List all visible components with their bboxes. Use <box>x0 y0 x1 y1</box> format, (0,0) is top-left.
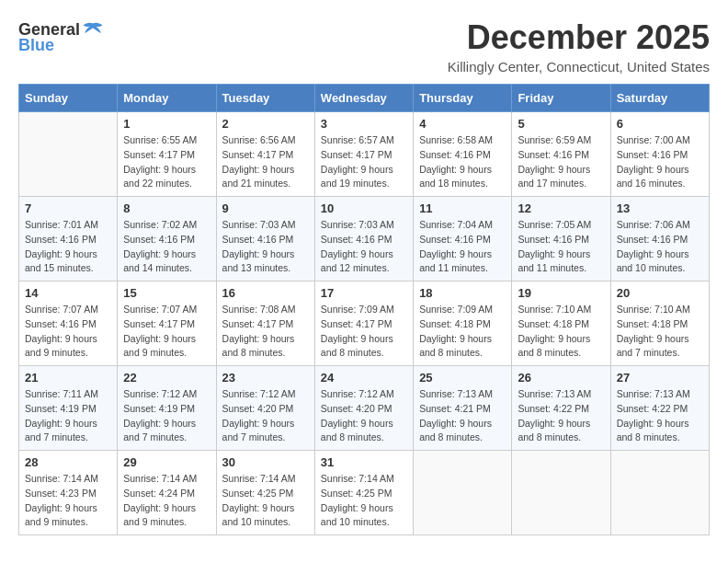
calendar-cell: 16Sunrise: 7:08 AM Sunset: 4:17 PM Dayli… <box>216 282 314 366</box>
calendar-week-row: 21Sunrise: 7:11 AM Sunset: 4:19 PM Dayli… <box>19 366 710 451</box>
calendar-cell: 1Sunrise: 6:55 AM Sunset: 4:17 PM Daylig… <box>118 112 216 197</box>
day-info: Sunrise: 7:14 AM Sunset: 4:23 PM Dayligh… <box>25 472 111 530</box>
calendar-cell: 20Sunrise: 7:10 AM Sunset: 4:18 PM Dayli… <box>610 282 709 366</box>
calendar-cell: 8Sunrise: 7:02 AM Sunset: 4:16 PM Daylig… <box>118 197 216 282</box>
calendar-cell <box>512 451 610 535</box>
day-number: 30 <box>222 455 309 469</box>
day-number: 15 <box>123 286 210 300</box>
weekday-header: Monday <box>118 85 216 112</box>
day-info: Sunrise: 7:02 AM Sunset: 4:16 PM Dayligh… <box>123 218 210 276</box>
calendar-cell: 21Sunrise: 7:11 AM Sunset: 4:19 PM Dayli… <box>19 366 118 451</box>
day-info: Sunrise: 7:11 AM Sunset: 4:19 PM Dayligh… <box>25 387 111 445</box>
calendar-cell: 19Sunrise: 7:10 AM Sunset: 4:18 PM Dayli… <box>512 282 610 366</box>
day-info: Sunrise: 7:03 AM Sunset: 4:16 PM Dayligh… <box>321 218 407 276</box>
day-info: Sunrise: 6:55 AM Sunset: 4:17 PM Dayligh… <box>123 133 210 191</box>
day-number: 26 <box>518 371 604 385</box>
day-info: Sunrise: 6:58 AM Sunset: 4:16 PM Dayligh… <box>419 133 506 191</box>
logo: General Blue <box>18 18 104 53</box>
day-number: 19 <box>518 286 604 300</box>
day-number: 25 <box>419 371 506 385</box>
calendar-cell: 13Sunrise: 7:06 AM Sunset: 4:16 PM Dayli… <box>610 197 709 282</box>
calendar-cell <box>19 112 118 197</box>
day-info: Sunrise: 7:07 AM Sunset: 4:17 PM Dayligh… <box>123 303 210 361</box>
day-number: 4 <box>419 117 506 131</box>
calendar-cell: 7Sunrise: 7:01 AM Sunset: 4:16 PM Daylig… <box>19 197 118 282</box>
day-number: 14 <box>25 286 111 300</box>
day-number: 31 <box>321 455 407 469</box>
day-info: Sunrise: 7:14 AM Sunset: 4:24 PM Dayligh… <box>123 472 210 530</box>
calendar-cell <box>610 451 709 535</box>
calendar-cell: 23Sunrise: 7:12 AM Sunset: 4:20 PM Dayli… <box>216 366 314 451</box>
day-number: 8 <box>123 201 210 215</box>
day-number: 27 <box>617 371 703 385</box>
month-title: December 2025 <box>448 18 710 57</box>
day-number: 20 <box>617 286 703 300</box>
day-info: Sunrise: 7:09 AM Sunset: 4:18 PM Dayligh… <box>419 303 506 361</box>
day-number: 21 <box>25 371 111 385</box>
logo-blue-text: Blue <box>18 37 54 53</box>
calendar-cell: 11Sunrise: 7:04 AM Sunset: 4:16 PM Dayli… <box>414 197 512 282</box>
day-info: Sunrise: 7:14 AM Sunset: 4:25 PM Dayligh… <box>222 472 309 530</box>
calendar-cell: 17Sunrise: 7:09 AM Sunset: 4:17 PM Dayli… <box>314 282 413 366</box>
calendar-header-row: SundayMondayTuesdayWednesdayThursdayFrid… <box>19 85 710 112</box>
day-number: 22 <box>123 371 210 385</box>
day-info: Sunrise: 7:13 AM Sunset: 4:21 PM Dayligh… <box>419 387 506 445</box>
day-number: 9 <box>222 201 309 215</box>
day-number: 16 <box>222 286 309 300</box>
day-info: Sunrise: 7:12 AM Sunset: 4:20 PM Dayligh… <box>222 387 309 445</box>
location-title: Killingly Center, Connecticut, United St… <box>448 59 710 75</box>
calendar-cell: 28Sunrise: 7:14 AM Sunset: 4:23 PM Dayli… <box>19 451 118 535</box>
calendar-cell <box>414 451 512 535</box>
calendar-cell: 29Sunrise: 7:14 AM Sunset: 4:24 PM Dayli… <box>118 451 216 535</box>
day-number: 6 <box>617 117 703 131</box>
calendar-cell: 30Sunrise: 7:14 AM Sunset: 4:25 PM Dayli… <box>216 451 314 535</box>
day-info: Sunrise: 7:14 AM Sunset: 4:25 PM Dayligh… <box>321 472 407 530</box>
day-number: 10 <box>321 201 407 215</box>
day-info: Sunrise: 7:06 AM Sunset: 4:16 PM Dayligh… <box>617 218 703 276</box>
calendar-cell: 2Sunrise: 6:56 AM Sunset: 4:17 PM Daylig… <box>216 112 314 197</box>
day-info: Sunrise: 7:07 AM Sunset: 4:16 PM Dayligh… <box>25 303 111 361</box>
day-info: Sunrise: 7:01 AM Sunset: 4:16 PM Dayligh… <box>25 218 111 276</box>
day-info: Sunrise: 7:13 AM Sunset: 4:22 PM Dayligh… <box>617 387 703 445</box>
calendar-week-row: 28Sunrise: 7:14 AM Sunset: 4:23 PM Dayli… <box>19 451 710 535</box>
day-number: 29 <box>123 455 210 469</box>
day-number: 13 <box>617 201 703 215</box>
day-number: 3 <box>321 117 407 131</box>
day-number: 17 <box>321 286 407 300</box>
day-info: Sunrise: 7:05 AM Sunset: 4:16 PM Dayligh… <box>518 218 604 276</box>
day-number: 28 <box>25 455 111 469</box>
calendar-table: SundayMondayTuesdayWednesdayThursdayFrid… <box>18 84 710 535</box>
page-header: General Blue December 2025 Killingly Cen… <box>18 18 710 75</box>
day-info: Sunrise: 7:04 AM Sunset: 4:16 PM Dayligh… <box>419 218 506 276</box>
day-info: Sunrise: 7:13 AM Sunset: 4:22 PM Dayligh… <box>518 387 604 445</box>
day-number: 18 <box>419 286 506 300</box>
calendar-cell: 15Sunrise: 7:07 AM Sunset: 4:17 PM Dayli… <box>118 282 216 366</box>
day-info: Sunrise: 7:10 AM Sunset: 4:18 PM Dayligh… <box>617 303 703 361</box>
calendar-cell: 31Sunrise: 7:14 AM Sunset: 4:25 PM Dayli… <box>314 451 413 535</box>
calendar-cell: 5Sunrise: 6:59 AM Sunset: 4:16 PM Daylig… <box>512 112 610 197</box>
calendar-cell: 10Sunrise: 7:03 AM Sunset: 4:16 PM Dayli… <box>314 197 413 282</box>
day-number: 11 <box>419 201 506 215</box>
day-info: Sunrise: 7:10 AM Sunset: 4:18 PM Dayligh… <box>518 303 604 361</box>
day-info: Sunrise: 7:00 AM Sunset: 4:16 PM Dayligh… <box>617 133 703 191</box>
calendar-week-row: 14Sunrise: 7:07 AM Sunset: 4:16 PM Dayli… <box>19 282 710 366</box>
day-number: 1 <box>123 117 210 131</box>
day-info: Sunrise: 6:57 AM Sunset: 4:17 PM Dayligh… <box>321 133 407 191</box>
calendar-cell: 26Sunrise: 7:13 AM Sunset: 4:22 PM Dayli… <box>512 366 610 451</box>
calendar-cell: 22Sunrise: 7:12 AM Sunset: 4:19 PM Dayli… <box>118 366 216 451</box>
weekday-header: Friday <box>512 85 610 112</box>
logo-bird-icon <box>82 18 104 40</box>
day-info: Sunrise: 7:12 AM Sunset: 4:20 PM Dayligh… <box>321 387 407 445</box>
day-info: Sunrise: 7:08 AM Sunset: 4:17 PM Dayligh… <box>222 303 309 361</box>
day-info: Sunrise: 6:59 AM Sunset: 4:16 PM Dayligh… <box>518 133 604 191</box>
weekday-header: Saturday <box>610 85 709 112</box>
calendar-cell: 12Sunrise: 7:05 AM Sunset: 4:16 PM Dayli… <box>512 197 610 282</box>
day-number: 2 <box>222 117 309 131</box>
calendar-cell: 9Sunrise: 7:03 AM Sunset: 4:16 PM Daylig… <box>216 197 314 282</box>
calendar-cell: 14Sunrise: 7:07 AM Sunset: 4:16 PM Dayli… <box>19 282 118 366</box>
day-number: 24 <box>321 371 407 385</box>
day-info: Sunrise: 7:09 AM Sunset: 4:17 PM Dayligh… <box>321 303 407 361</box>
calendar-week-row: 7Sunrise: 7:01 AM Sunset: 4:16 PM Daylig… <box>19 197 710 282</box>
calendar-cell: 25Sunrise: 7:13 AM Sunset: 4:21 PM Dayli… <box>414 366 512 451</box>
title-area: December 2025 Killingly Center, Connecti… <box>448 18 710 75</box>
